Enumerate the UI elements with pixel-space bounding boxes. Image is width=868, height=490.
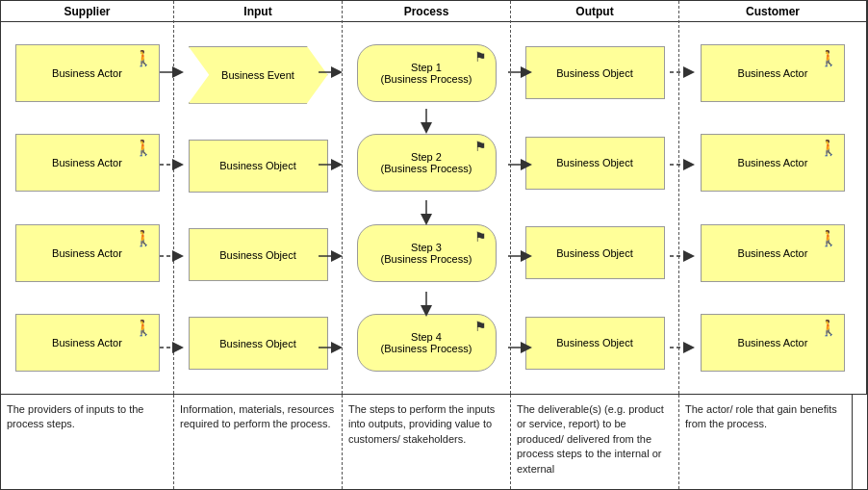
process-flag-4: ⚑ xyxy=(474,319,488,328)
actor-box-customer-3: 🚶 Business Actor xyxy=(701,224,845,282)
lane-header-process: Process xyxy=(343,1,510,22)
actor-box-customer-1: 🚶 Business Actor xyxy=(701,44,845,102)
actor-box-supplier-4: 🚶 Business Actor xyxy=(15,314,160,372)
output-object-1: Business Object xyxy=(525,46,665,99)
actor-icon-c4: 🚶 xyxy=(819,319,838,337)
lane-supplier: Supplier 🚶 Business Actor 🚶 Business Act… xyxy=(1,1,174,394)
actor-box-supplier-1: 🚶 Business Actor xyxy=(15,44,160,102)
actor-icon-3: 🚶 xyxy=(134,229,153,247)
descriptions-row: The providers of inputs to the process s… xyxy=(0,395,868,490)
process-flag-2: ⚑ xyxy=(474,139,488,148)
lane-header-customer: Customer xyxy=(679,1,866,22)
actor-icon-c1: 🚶 xyxy=(819,49,838,67)
output-object-2: Business Object xyxy=(525,137,665,190)
input-object-2: Business Object xyxy=(189,140,328,193)
lane-output: Output Business Object Business Object B… xyxy=(511,1,679,394)
lane-header-supplier: Supplier xyxy=(1,1,173,22)
process-flag-3: ⚑ xyxy=(474,229,488,239)
lane-process: Process ⚑ Step 1(Business Process) ⚑ Ste… xyxy=(343,1,511,394)
desc-input: Information, materials, resources requir… xyxy=(174,395,343,489)
actor-icon-c2: 🚶 xyxy=(819,139,838,157)
desc-process: The steps to perform the inputs into out… xyxy=(343,395,511,489)
lane-content-process: ⚑ Step 1(Business Process) ⚑ Step 2(Busi… xyxy=(343,22,510,394)
lane-content-customer: 🚶 Business Actor 🚶 Business Actor 🚶 Busi… xyxy=(679,22,866,394)
lane-input: Input Business Event Business Object Bus… xyxy=(174,1,343,394)
output-object-4: Business Object xyxy=(525,317,665,370)
lane-content-input: Business Event Business Object Business … xyxy=(174,22,342,394)
actor-box-supplier-3: 🚶 Business Actor xyxy=(15,224,160,282)
input-event-1: Business Event xyxy=(189,46,328,104)
desc-customer: The actor/ role that gain benefits from … xyxy=(679,395,853,489)
actor-box-supplier-2: 🚶 Business Actor xyxy=(15,134,160,192)
lane-content-output: Business Object Business Object Business… xyxy=(511,22,678,394)
actor-icon-c3: 🚶 xyxy=(819,229,838,247)
desc-output: The deliverable(s) (e.g. product or serv… xyxy=(511,395,679,489)
process-step-3: ⚑ Step 3(Business Process) xyxy=(357,224,497,282)
actor-box-customer-2: 🚶 Business Actor xyxy=(701,134,845,192)
actor-icon-2: 🚶 xyxy=(134,139,153,157)
desc-supplier: The providers of inputs to the process s… xyxy=(1,395,174,489)
actor-box-customer-4: 🚶 Business Actor xyxy=(701,314,845,372)
lane-header-output: Output xyxy=(511,1,678,22)
input-object-4: Business Object xyxy=(189,317,328,370)
output-object-3: Business Object xyxy=(525,226,665,279)
actor-icon-4: 🚶 xyxy=(134,319,153,337)
process-step-1: ⚑ Step 1(Business Process) xyxy=(357,44,497,102)
process-step-4: ⚑ Step 4(Business Process) xyxy=(357,314,497,372)
input-object-3: Business Object xyxy=(189,228,328,281)
actor-icon-1: 🚶 xyxy=(134,49,153,67)
diagram-container: Supplier 🚶 Business Actor 🚶 Business Act… xyxy=(0,0,868,490)
lane-customer: Customer 🚶 Business Actor 🚶 Business Act… xyxy=(679,1,867,394)
lane-content-supplier: 🚶 Business Actor 🚶 Business Actor 🚶 Busi… xyxy=(1,22,173,394)
process-flag-1: ⚑ xyxy=(474,49,488,59)
lane-header-input: Input xyxy=(174,1,342,22)
process-step-2: ⚑ Step 2(Business Process) xyxy=(357,134,497,192)
